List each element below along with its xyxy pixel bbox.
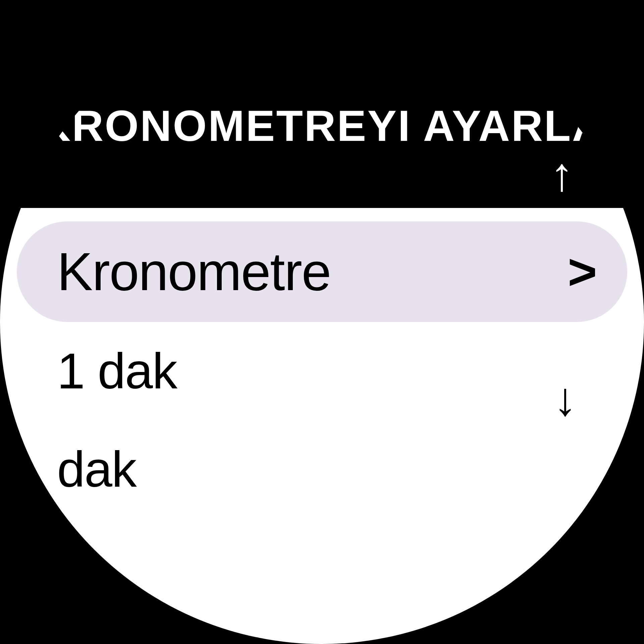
header: KRONOMETREYI AYARLA <box>0 101 644 151</box>
menu-item-dak[interactable]: dak <box>17 420 627 519</box>
menu-item-label: Kronometre <box>57 241 331 303</box>
menu-item-label: dak <box>57 440 136 498</box>
content-panel: Kronometre > 1 dak dak <box>0 208 644 644</box>
chevron-right-icon: > <box>568 247 597 297</box>
menu-item-kronometre[interactable]: Kronometre > <box>17 221 627 322</box>
watch-face: KRONOMETREYI AYARLA ↑ Kronometre > 1 dak… <box>0 0 644 644</box>
arrow-down-icon[interactable]: ↓ <box>553 376 577 423</box>
arrow-up-icon[interactable]: ↑ <box>550 151 574 198</box>
menu-item-1dak[interactable]: 1 dak <box>17 322 627 420</box>
menu-item-label: 1 dak <box>57 342 177 400</box>
page-title: KRONOMETREYI AYARLA <box>39 101 605 151</box>
